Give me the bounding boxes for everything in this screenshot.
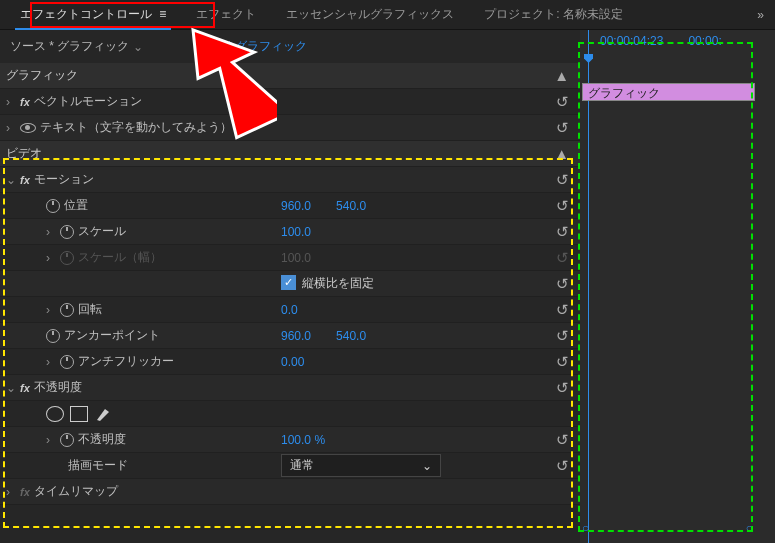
prop-label: アンカーポイント bbox=[64, 327, 160, 344]
value[interactable]: 0.0 bbox=[281, 303, 298, 317]
value[interactable]: 100.0 bbox=[281, 433, 311, 447]
reset-icon[interactable]: ↺ bbox=[556, 275, 574, 293]
value-x[interactable]: 960.0 bbox=[281, 329, 311, 343]
value-y[interactable]: 540.0 bbox=[336, 329, 366, 343]
blend-mode-select[interactable]: 通常 ⌄ bbox=[281, 454, 441, 477]
mask-pen-icon[interactable] bbox=[94, 406, 112, 422]
prop-label: 描画モード bbox=[68, 457, 128, 474]
row-antiflicker[interactable]: ›アンチフリッカー 0.00 ↺ bbox=[0, 349, 580, 375]
chevron-down-icon: ⌄ bbox=[422, 459, 432, 473]
row-uniform-scale[interactable]: ✓縦横比を固定 ↺ bbox=[0, 271, 580, 297]
breadcrumb: ソース * グラフィック ⌄ * グラフィック bbox=[0, 30, 580, 63]
reset-icon[interactable]: ↺ bbox=[556, 301, 574, 319]
collapse-icon[interactable]: ▲ bbox=[554, 145, 574, 162]
collapse-icon[interactable]: ▲ bbox=[554, 67, 574, 84]
reset-icon[interactable]: ↺ bbox=[556, 171, 574, 189]
stopwatch-icon[interactable] bbox=[46, 329, 60, 343]
row-text-layer[interactable]: ›テキスト（文字を動かしてみよう） ↺ bbox=[0, 115, 580, 141]
mini-timeline[interactable]: 00:00:04:23 00:00: グラフィック ○ ○ bbox=[580, 30, 775, 543]
row-scale-w: ›スケール（幅） 100.0 ↺ bbox=[0, 245, 580, 271]
section-video[interactable]: ビデオ ▲ bbox=[0, 141, 580, 167]
reset-icon[interactable]: ↺ bbox=[556, 379, 574, 397]
prop-label: アンチフリッカー bbox=[78, 353, 174, 370]
tab-label: エフェクトコントロール bbox=[20, 7, 152, 21]
row-opacity-group[interactable]: ⌄fx不透明度 ↺ bbox=[0, 375, 580, 401]
prop-label: 回転 bbox=[78, 301, 102, 318]
breadcrumb-source[interactable]: ソース * グラフィック bbox=[10, 38, 129, 55]
stopwatch-icon[interactable] bbox=[46, 199, 60, 213]
section-label: グラフィック bbox=[6, 67, 78, 84]
mask-rect-icon[interactable] bbox=[70, 406, 88, 422]
reset-icon[interactable]: ↺ bbox=[556, 93, 574, 111]
stopwatch-icon[interactable] bbox=[60, 433, 74, 447]
fx-icon: fx bbox=[20, 96, 30, 108]
chevron-down-icon[interactable]: ⌄ bbox=[129, 40, 147, 54]
tab-essential-graphics[interactable]: エッセンシャルグラフィックス bbox=[271, 0, 469, 29]
reset-icon[interactable]: ↺ bbox=[556, 431, 574, 449]
stopwatch-icon bbox=[60, 251, 74, 265]
fx-icon: fx bbox=[20, 382, 30, 394]
row-position[interactable]: 位置 960.0540.0 ↺ bbox=[0, 193, 580, 219]
row-anchor[interactable]: アンカーポイント 960.0540.0 ↺ bbox=[0, 323, 580, 349]
reset-icon: ↺ bbox=[556, 249, 574, 267]
fx-icon: fx bbox=[20, 174, 30, 186]
reset-icon[interactable]: ↺ bbox=[556, 327, 574, 345]
prop-label: 不透明度 bbox=[78, 431, 126, 448]
section-graphic[interactable]: グラフィック ▲ bbox=[0, 63, 580, 89]
timeline-handle-right[interactable]: ○ bbox=[746, 521, 753, 535]
row-mask-tools bbox=[0, 401, 580, 427]
timecode-current[interactable]: 00:00:04:23 bbox=[600, 34, 663, 48]
prop-label: テキスト（文字を動かしてみよう） bbox=[40, 119, 232, 136]
prop-label: スケール bbox=[78, 223, 126, 240]
value-y[interactable]: 540.0 bbox=[336, 199, 366, 213]
prop-label: ベクトルモーション bbox=[34, 93, 142, 110]
row-rotation[interactable]: ›回転 0.0 ↺ bbox=[0, 297, 580, 323]
timecode-end: 00:00: bbox=[688, 34, 721, 48]
timeline-handle-left[interactable]: ○ bbox=[582, 521, 589, 535]
row-opacity[interactable]: ›不透明度 100.0 % ↺ bbox=[0, 427, 580, 453]
timeline-clip[interactable]: グラフィック bbox=[582, 83, 755, 101]
fx-icon: fx bbox=[20, 486, 30, 498]
row-vector-motion[interactable]: ›fxベクトルモーション ↺ bbox=[0, 89, 580, 115]
tab-effect-controls[interactable]: エフェクトコントロール ≡ bbox=[5, 0, 181, 29]
tab-effects[interactable]: エフェクト bbox=[181, 0, 271, 29]
row-motion[interactable]: ⌄fxモーション ↺ bbox=[0, 167, 580, 193]
row-blend-mode[interactable]: 描画モード 通常 ⌄ ↺ bbox=[0, 453, 580, 479]
row-time-remap[interactable]: ›fxタイムリマップ bbox=[0, 479, 580, 505]
prop-label: モーション bbox=[34, 171, 94, 188]
checkbox-label: 縦横比を固定 bbox=[302, 275, 374, 292]
uniform-checkbox[interactable]: ✓ bbox=[281, 275, 296, 290]
value[interactable]: 100.0 bbox=[281, 225, 311, 239]
playhead[interactable] bbox=[588, 30, 589, 543]
reset-icon[interactable]: ↺ bbox=[556, 197, 574, 215]
breadcrumb-target[interactable]: * グラフィック bbox=[227, 38, 307, 55]
mask-ellipse-icon[interactable] bbox=[46, 406, 64, 422]
reset-icon[interactable]: ↺ bbox=[556, 223, 574, 241]
value[interactable]: 0.00 bbox=[281, 355, 304, 369]
tab-project[interactable]: プロジェクト: 名称未設定 bbox=[469, 0, 638, 29]
eye-icon[interactable] bbox=[20, 123, 36, 133]
stopwatch-icon[interactable] bbox=[60, 225, 74, 239]
tabs-overflow-icon[interactable]: » bbox=[751, 8, 770, 22]
prop-label: タイムリマップ bbox=[34, 483, 118, 500]
stopwatch-icon[interactable] bbox=[60, 303, 74, 317]
select-value: 通常 bbox=[290, 457, 314, 474]
row-scale[interactable]: ›スケール 100.0 ↺ bbox=[0, 219, 580, 245]
section-label: ビデオ bbox=[6, 145, 42, 162]
panel-menu-icon[interactable]: ≡ bbox=[159, 7, 166, 21]
reset-icon[interactable]: ↺ bbox=[556, 457, 574, 475]
prop-label: 不透明度 bbox=[34, 379, 82, 396]
unit: % bbox=[314, 433, 325, 447]
value: 100.0 bbox=[281, 251, 311, 265]
reset-icon[interactable]: ↺ bbox=[556, 119, 574, 137]
reset-icon[interactable]: ↺ bbox=[556, 353, 574, 371]
stopwatch-icon[interactable] bbox=[60, 355, 74, 369]
prop-label: 位置 bbox=[64, 197, 88, 214]
value-x[interactable]: 960.0 bbox=[281, 199, 311, 213]
prop-label: スケール（幅） bbox=[78, 249, 162, 266]
